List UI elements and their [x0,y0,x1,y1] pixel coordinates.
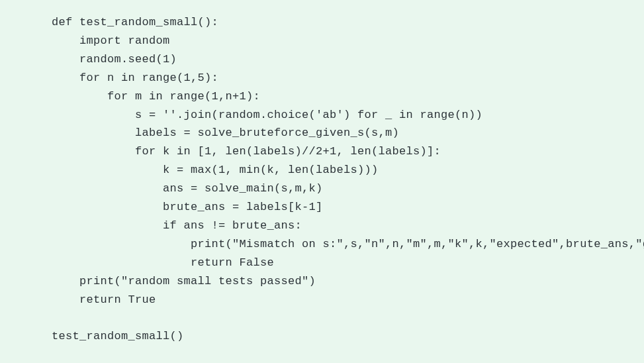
code-block: def test_random_small(): import random r… [0,0,644,346]
